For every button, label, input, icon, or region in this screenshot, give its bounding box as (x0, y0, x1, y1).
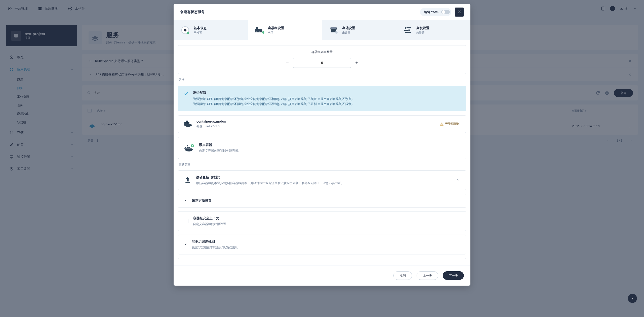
svg-rect-20 (255, 29, 262, 32)
svg-rect-28 (407, 27, 411, 28)
svg-rect-37 (185, 147, 186, 148)
pod-security-context[interactable]: 容器组安全上下文 自定义容器组的权限设置。 (178, 211, 466, 231)
step-advanced[interactable]: 高级设置 未设置 (396, 20, 470, 40)
security-desc: 自定义容器组的权限设置。 (193, 222, 460, 226)
svg-rect-39 (188, 147, 190, 148)
svg-rect-30 (404, 30, 408, 31)
svg-point-25 (330, 27, 337, 29)
replica-plus-button[interactable]: + (351, 58, 363, 68)
edit-yaml-toggle[interactable]: 编辑 YAML (420, 8, 451, 16)
quota-line1: 资源预留: CPU (项目剩余配额:不预留,企业空间剩余配额:不预留), 内存 … (193, 96, 353, 101)
edit-yaml-label: 编辑 YAML (424, 10, 439, 14)
step-basic[interactable]: 基本信息 已设置 (174, 20, 248, 40)
step-advanced-status: 未设置 (416, 31, 429, 35)
chevron-down-icon (457, 178, 460, 182)
chevron-down-icon (184, 198, 187, 203)
svg-point-29 (408, 29, 410, 31)
replica-input[interactable] (293, 58, 351, 68)
rolling-desc: 用新容器组副本逐步替换旧容器组副本。升级过程中业务流量会负载均衡到新旧容器组副本… (196, 181, 452, 185)
svg-rect-33 (184, 122, 186, 124)
upload-icon (184, 176, 191, 184)
quota-title: 剩余配额 (193, 90, 353, 95)
rolling-title: 滚动更新（推荐） (196, 175, 452, 180)
quota-line2: 资源限制: CPU (项目剩余配额:不限制,企业空间剩余配额:不限制), 内存 … (193, 101, 353, 107)
help-fab[interactable]: i (628, 294, 637, 303)
svg-rect-32 (407, 32, 411, 33)
rolling-settings-label: 滚动更新设置 (192, 198, 212, 203)
wizard-steps: 基本信息 已设置 容器组设置 当前 存储设置 未设置 (174, 20, 470, 40)
svg-rect-21 (256, 27, 258, 29)
no-resource-limit-warning: 无资源限制 (440, 122, 460, 126)
svg-rect-36 (186, 121, 188, 122)
svg-point-24 (262, 31, 264, 34)
step-pod-title: 容器组设置 (268, 26, 284, 30)
pod-scheduling-rules[interactable]: 容器组调度规则 设置容器组副本调度到节点的规则。 (178, 235, 466, 254)
svg-point-22 (256, 31, 257, 32)
svg-rect-38 (187, 147, 188, 148)
step-pod-status: 当前 (268, 31, 284, 35)
add-container-button[interactable]: 添加容器 自定义容器的设置以创建容器。 (178, 137, 466, 159)
add-container-desc: 自定义容器的设置以创建容器。 (199, 149, 241, 153)
step-storage-title: 存储设置 (342, 26, 355, 30)
svg-rect-42 (185, 182, 190, 183)
step-basic-icon (180, 25, 190, 35)
scheduling-title: 容器组调度规则 (192, 239, 460, 244)
add-container-title: 添加容器 (199, 143, 241, 147)
warning-label: 无资源限制 (445, 122, 460, 126)
docker-icon (184, 120, 192, 128)
replica-box: 容器组副本数量 − + (178, 45, 466, 74)
next-section-placeholder (178, 258, 466, 260)
step-pod-icon (254, 25, 264, 35)
svg-rect-34 (186, 122, 188, 124)
cancel-button[interactable]: 取消 (393, 271, 412, 280)
chevron-down-icon (184, 242, 187, 247)
step-basic-status: 已设置 (194, 31, 207, 35)
check-icon (184, 91, 189, 107)
switch-icon (441, 10, 450, 14)
step-storage[interactable]: 存储设置 未设置 (322, 20, 396, 40)
warning-icon (440, 122, 444, 126)
docker-add-icon (184, 143, 194, 153)
step-advanced-icon (403, 25, 413, 35)
svg-point-26 (335, 31, 338, 34)
section-containers: 容器 (179, 78, 466, 82)
replica-minus-button[interactable]: − (281, 58, 293, 68)
svg-point-31 (405, 32, 407, 33)
modal-title: 创建有状态服务 (180, 10, 205, 14)
svg-point-19 (187, 32, 189, 34)
replica-title: 容器组副本数量 (178, 50, 466, 54)
svg-point-23 (259, 31, 260, 32)
security-title: 容器组安全上下文 (193, 216, 460, 221)
step-basic-title: 基本信息 (194, 26, 207, 30)
container-name: container-axmpbm (196, 120, 226, 123)
svg-rect-40 (187, 145, 188, 146)
step-advanced-title: 高级设置 (416, 26, 429, 30)
container-image: 镜像：redis:6.2.3 (196, 124, 226, 129)
step-storage-status: 未设置 (342, 31, 355, 35)
quota-info: 剩余配额 资源预留: CPU (项目剩余配额:不预留,企业空间剩余配额:不预留)… (178, 86, 466, 111)
prev-button[interactable]: 上一步 (417, 271, 438, 280)
rolling-update-card[interactable]: 滚动更新（推荐） 用新容器组副本逐步替换旧容器组副本。升级过程中业务流量会负载均… (178, 170, 466, 190)
modal-footer: 取消 上一步 下一步 (174, 266, 470, 286)
next-button[interactable]: 下一步 (443, 271, 464, 280)
scheduling-desc: 设置容器组副本调度到节点的规则。 (192, 245, 460, 250)
svg-point-18 (184, 29, 187, 32)
modal-close-button[interactable]: ✕ (455, 8, 464, 17)
svg-rect-35 (188, 122, 189, 124)
step-storage-icon (329, 25, 339, 35)
create-statefulservice-modal: 创建有状态服务 编辑 YAML ✕ 基本信息 已设置 容器组设置 当前 (174, 4, 470, 286)
step-pod[interactable]: 容器组设置 当前 (248, 20, 322, 40)
security-context-checkbox[interactable] (184, 219, 188, 223)
rolling-update-settings[interactable]: 滚动更新设置 (178, 194, 466, 208)
container-item[interactable]: container-axmpbm 镜像：redis:6.2.3 无资源限制 (178, 115, 466, 133)
svg-point-27 (405, 27, 406, 29)
section-update-strategy: 更新策略 (179, 163, 466, 167)
